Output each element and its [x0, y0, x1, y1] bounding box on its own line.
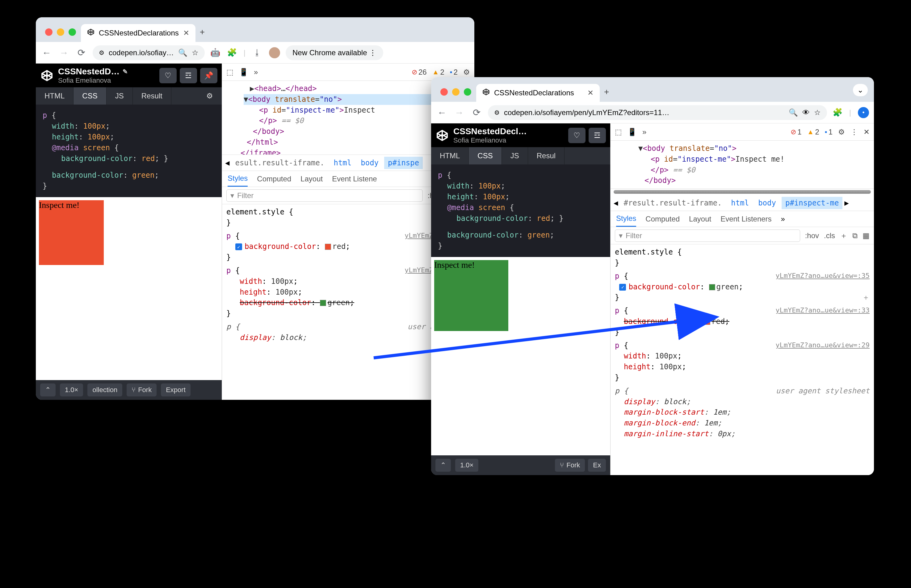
console-toggle[interactable]: ⌃: [40, 383, 55, 396]
color-swatch-icon[interactable]: [704, 319, 710, 325]
subtab-events[interactable]: Event Listene: [332, 171, 377, 186]
subtab-styles[interactable]: Styles: [616, 211, 636, 227]
update-chip[interactable]: New Chrome available ⋮: [286, 45, 383, 60]
inspect-me-box[interactable]: Inspect me!: [39, 200, 104, 265]
crumb-right-icon[interactable]: ▶: [844, 199, 849, 207]
subtab-events[interactable]: Event Listeners: [720, 212, 772, 226]
bookmark-icon[interactable]: ☆: [192, 48, 199, 57]
browser-tab[interactable]: CSSNestedDeclarations ✕: [476, 84, 600, 102]
site-settings-icon[interactable]: ⚙: [494, 109, 500, 116]
settings-icon[interactable]: ⚙: [198, 87, 222, 105]
eye-off-icon[interactable]: 👁: [802, 108, 810, 117]
extensions-icon[interactable]: 🧩: [833, 108, 843, 117]
forward-button[interactable]: →: [453, 107, 465, 118]
new-tab-button[interactable]: +: [604, 87, 609, 97]
close-tab-icon[interactable]: ✕: [183, 29, 189, 37]
code-editor[interactable]: p { width: 100px; height: 100px; @media …: [36, 105, 222, 197]
close-window-icon[interactable]: [45, 28, 52, 36]
kebab-menu-icon[interactable]: ⋮: [851, 128, 858, 136]
profile-avatar[interactable]: •: [858, 107, 869, 118]
subtab-styles[interactable]: Styles: [228, 171, 248, 187]
subtab-layout[interactable]: Layout: [300, 171, 323, 186]
breadcrumb[interactable]: ◀ #result.result-iframe. html body p#ins…: [611, 195, 874, 211]
url-field[interactable]: ⚙ codepen.io/sofiayem/pen/yLmYEmZ?editor…: [488, 105, 827, 120]
reload-button[interactable]: ⟳: [75, 47, 87, 58]
dom-tree[interactable]: ▼<body translate="no"> <p id="inspect-me…: [611, 141, 874, 189]
reload-button[interactable]: ⟳: [471, 107, 482, 118]
settings-icon[interactable]: ⚙: [463, 68, 470, 76]
more-tabs-icon[interactable]: »: [254, 68, 258, 76]
robot-icon[interactable]: 🤖: [210, 48, 220, 57]
device-toggle-icon[interactable]: 📱: [239, 68, 248, 76]
heart-button[interactable]: ♡: [568, 128, 585, 143]
forward-button[interactable]: →: [58, 47, 70, 58]
more-tabs-icon[interactable]: »: [781, 215, 785, 223]
color-swatch-icon[interactable]: [325, 244, 331, 250]
maximize-window-icon[interactable]: [68, 28, 76, 36]
maximize-window-icon[interactable]: [464, 88, 471, 95]
styles-rules[interactable]: element.style {} yLmYEmZ?ano…ue&view=:35…: [611, 244, 874, 444]
more-tabs-icon[interactable]: »: [642, 128, 646, 136]
settings-icon[interactable]: ⚙: [838, 128, 845, 136]
layout-button[interactable]: ☲: [180, 68, 197, 83]
new-tab-button[interactable]: +: [200, 27, 205, 37]
zoom-level[interactable]: 1.0×: [455, 459, 478, 472]
warning-count[interactable]: ▲2: [432, 68, 444, 76]
info-count[interactable]: ▪2: [450, 68, 458, 76]
minimize-window-icon[interactable]: [452, 88, 460, 95]
horizontal-scrollbar[interactable]: [614, 190, 871, 194]
code-editor[interactable]: p { width: 100px; height: 100px; @media …: [431, 165, 610, 257]
console-toggle[interactable]: ⌃: [435, 459, 451, 472]
grid-icon[interactable]: ▦: [862, 231, 870, 240]
new-rule-icon[interactable]: ＋: [840, 231, 848, 241]
error-count[interactable]: ⊘1: [791, 128, 801, 136]
close-tab-icon[interactable]: ✕: [587, 89, 593, 97]
close-window-icon[interactable]: [440, 88, 448, 95]
collection-button[interactable]: ollection: [88, 383, 122, 396]
add-prop-icon[interactable]: ＋: [862, 292, 870, 303]
minimize-window-icon[interactable]: [57, 28, 64, 36]
filter-input[interactable]: ▾Filter: [226, 189, 423, 202]
export-button[interactable]: Export: [161, 383, 191, 396]
tab-js[interactable]: JS: [502, 147, 528, 165]
subtab-layout[interactable]: Layout: [689, 212, 711, 226]
download-icon[interactable]: ⭳: [252, 48, 262, 57]
export-button[interactable]: Ex: [588, 459, 606, 472]
bookmark-icon[interactable]: ☆: [814, 108, 821, 117]
cls-toggle[interactable]: .cls: [824, 231, 835, 240]
inspect-element-icon[interactable]: ⬚: [615, 128, 622, 136]
tab-html[interactable]: HTML: [36, 87, 73, 105]
tab-result[interactable]: Result: [133, 87, 172, 105]
profile-avatar[interactable]: [269, 47, 280, 58]
url-field[interactable]: ⚙ codepen.io/sofiay… 🔍 ☆: [92, 45, 205, 60]
error-count[interactable]: ⊘26: [412, 68, 427, 76]
info-count[interactable]: ▪1: [825, 128, 833, 136]
flex-icon[interactable]: ⧉: [852, 231, 858, 240]
zoom-icon[interactable]: 🔍: [789, 108, 798, 117]
tab-css[interactable]: CSS: [73, 87, 106, 105]
inspect-element-icon[interactable]: ⬚: [226, 68, 233, 76]
zoom-level[interactable]: 1.0×: [60, 383, 83, 396]
back-button[interactable]: ←: [41, 47, 52, 58]
zoom-icon[interactable]: 🔍: [178, 48, 188, 57]
hov-toggle[interactable]: :hov: [805, 231, 819, 240]
tab-css[interactable]: CSS: [469, 147, 501, 165]
fork-button[interactable]: ⑂ Fork: [555, 459, 585, 472]
checkbox-icon[interactable]: ✓: [619, 284, 626, 291]
browser-tab[interactable]: CSSNestedDeclarations ✕: [81, 24, 196, 42]
fork-button[interactable]: ⑂ Fork: [126, 383, 157, 396]
checkbox-icon[interactable]: ✓: [235, 243, 242, 250]
tab-html[interactable]: HTML: [431, 147, 469, 165]
edit-title-icon[interactable]: ✎: [123, 68, 128, 75]
tab-result[interactable]: Resul: [528, 147, 564, 165]
crumb-left-icon[interactable]: ◀: [614, 199, 618, 207]
site-settings-icon[interactable]: ⚙: [99, 49, 104, 57]
color-swatch-icon[interactable]: [320, 300, 326, 306]
warning-count[interactable]: ▲2: [807, 128, 819, 136]
layout-button[interactable]: ☲: [588, 128, 606, 143]
subtab-computed[interactable]: Computed: [257, 171, 291, 186]
crumb-left-icon[interactable]: ◀: [225, 158, 229, 167]
filter-input[interactable]: ▾Filter: [615, 229, 800, 242]
tab-overflow-icon[interactable]: ⌄: [853, 84, 868, 96]
color-swatch-icon[interactable]: [709, 284, 715, 290]
